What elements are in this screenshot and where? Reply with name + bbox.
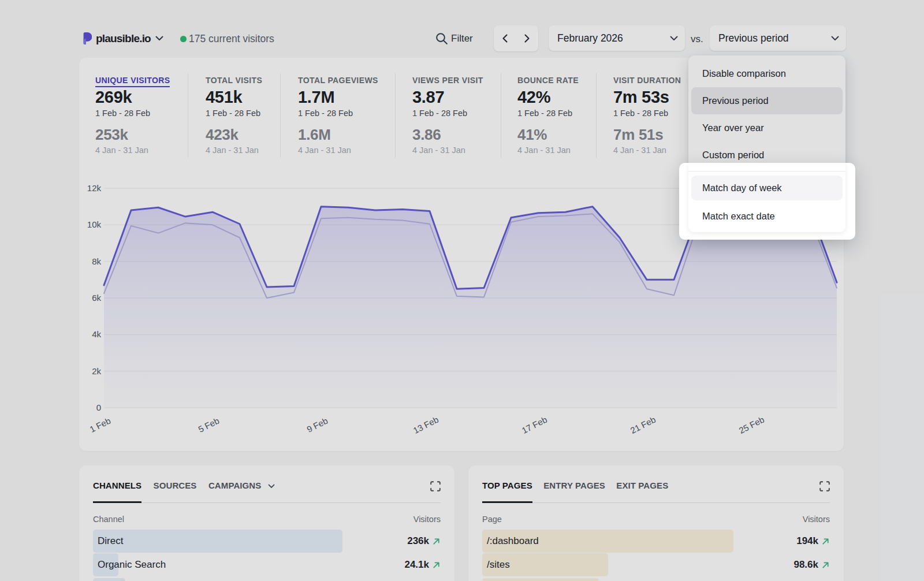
- plausible-dashboard: plausible.io 175 current visitors Filter…: [0, 0, 924, 581]
- dim-overlay: [0, 0, 924, 581]
- spotlight-box: Match day of week Match exact date: [679, 163, 855, 240]
- menu-item-match-exact-date[interactable]: Match exact date: [688, 203, 845, 230]
- menu-item-match-day-of-week[interactable]: Match day of week: [691, 176, 843, 200]
- spotlight-menu-fragment: Match day of week Match exact date: [688, 163, 845, 232]
- menu-divider: [688, 171, 845, 172]
